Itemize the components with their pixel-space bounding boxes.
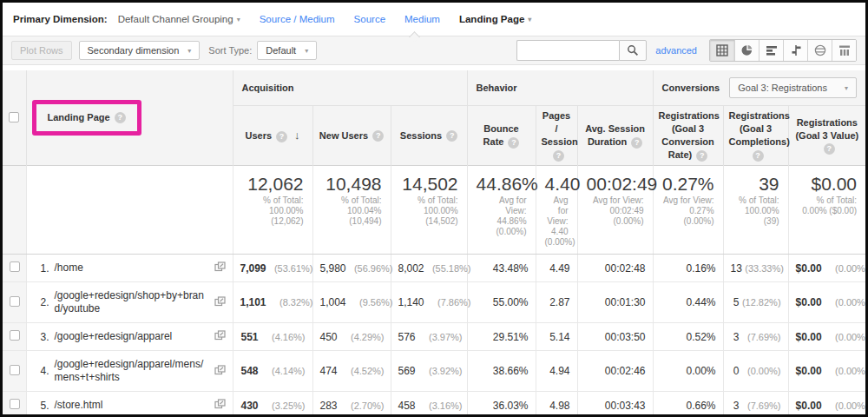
- goal-value-cell: $0.00(0.00%): [788, 282, 865, 323]
- open-in-new-icon[interactable]: [214, 399, 226, 412]
- help-icon[interactable]: ?: [753, 150, 764, 162]
- open-in-new-icon[interactable]: [214, 261, 226, 275]
- column-header-sessions[interactable]: Sessions?: [391, 106, 467, 166]
- report-table: Landing Page? Acquisition Behavior Conve…: [3, 70, 865, 417]
- comparison-bars-icon: [790, 44, 802, 56]
- column-header-avg-session-duration[interactable]: Avg. Session Duration?: [577, 106, 653, 166]
- landing-page-path: /home: [55, 261, 209, 275]
- help-icon[interactable]: ?: [631, 137, 642, 149]
- new-users-cell: 450(4.29%): [312, 323, 391, 351]
- summary-avg-duration: 00:02:49Avg for View: 00:02:49 (0.00%): [577, 166, 653, 255]
- column-header-users[interactable]: Users?↓: [233, 106, 312, 166]
- avg-duration-cell: 00:03:50: [577, 323, 653, 351]
- summary-completions: 39% of Total: 100.00% (39): [723, 166, 788, 255]
- conv-rate-cell: 0.00%: [653, 351, 723, 392]
- column-header-pages-session[interactable]: Pages / Session?: [536, 106, 577, 166]
- chevron-down-icon: ▾: [845, 84, 848, 92]
- search-button[interactable]: [619, 40, 647, 61]
- search-icon: [627, 44, 639, 56]
- secondary-dimension-dropdown[interactable]: Secondary dimension▾: [79, 41, 201, 60]
- completions-cell: 13(33.33%): [723, 255, 788, 282]
- summary-pages-session: 4.40Avg for View: 4.40 (0.00%): [536, 166, 577, 255]
- pie-chart-icon: [741, 44, 753, 56]
- goal-value-cell: $0.00(0.00%): [788, 323, 865, 351]
- conv-rate-cell: 0.16%: [653, 255, 723, 282]
- help-icon[interactable]: ?: [276, 131, 287, 142]
- row-checkbox-cell: [3, 392, 26, 417]
- bounce-rate-cell: 55.00%: [467, 282, 536, 323]
- new-users-cell: 1,004(9.56%): [312, 282, 391, 323]
- dimension-tab-landing-page[interactable]: Landing Page▾: [459, 14, 531, 24]
- avg-duration-cell: 00:01:30: [577, 282, 653, 323]
- goal-value-cell: $0.00(0.00%): [788, 255, 865, 282]
- bounce-rate-cell: 29.51%: [467, 323, 536, 351]
- row-checkbox[interactable]: [10, 261, 20, 272]
- pages-session-cell: 5.14: [536, 323, 577, 351]
- advanced-search-link[interactable]: advanced: [655, 45, 697, 56]
- completions-cell: 3(7.69%): [723, 323, 788, 351]
- chevron-down-icon: ▾: [305, 47, 308, 55]
- help-icon[interactable]: ?: [372, 130, 384, 142]
- row-checkbox[interactable]: [10, 330, 20, 341]
- sort-type-dropdown[interactable]: Default▾: [257, 41, 317, 60]
- dimension-link-medium[interactable]: Medium: [404, 14, 440, 24]
- column-header-goal-completions[interactable]: Registrations (Goal 3 Completions)?: [723, 106, 788, 166]
- help-icon[interactable]: ?: [115, 112, 126, 123]
- group-conversions: Conversions Goal 3: Registrations▾: [653, 70, 865, 106]
- dimension-link-source[interactable]: Source: [354, 14, 385, 24]
- conv-rate-cell: 0.66%: [653, 392, 723, 417]
- column-header-bounce-rate[interactable]: Bounce Rate?: [467, 106, 536, 166]
- summary-users: 12,062% of Total: 100.00% (12,062): [233, 166, 312, 255]
- goal-value-cell: $0.00(0.00%): [788, 351, 865, 392]
- column-header-new-users[interactable]: New Users?: [312, 106, 391, 166]
- help-icon[interactable]: ?: [508, 137, 519, 149]
- row-checkbox-cell: [3, 351, 26, 392]
- row-checkbox-cell: [3, 255, 26, 282]
- view-comparison-button[interactable]: [783, 40, 807, 61]
- view-table-button[interactable]: [710, 40, 734, 61]
- open-in-new-icon[interactable]: [214, 296, 226, 309]
- open-in-new-icon[interactable]: [214, 330, 226, 343]
- sessions-cell: 576(3.97%): [391, 323, 467, 351]
- row-number: 4.: [34, 365, 49, 377]
- column-header-goal-conversion-rate[interactable]: Registrations (Goal 3 Conversion Rate)?: [653, 106, 723, 166]
- select-all-checkbox[interactable]: [9, 112, 19, 122]
- help-icon[interactable]: ?: [696, 150, 707, 162]
- sessions-cell: 8,002(55.18%): [391, 255, 467, 282]
- view-term-cloud-button[interactable]: [807, 40, 832, 61]
- view-pivot-button[interactable]: [832, 40, 856, 61]
- sort-descending-icon: ↓: [294, 129, 300, 142]
- users-cell: 7,099(53.61%): [233, 255, 312, 282]
- help-icon[interactable]: ?: [446, 130, 457, 142]
- sort-type-label: Sort Type:: [208, 45, 252, 56]
- column-header-goal-value[interactable]: Registrations (Goal 3 Value)?: [788, 106, 865, 166]
- avg-duration-cell: 00:03:43: [577, 392, 653, 417]
- row-checkbox[interactable]: [10, 296, 20, 307]
- goal-value-cell: $0.00(0.00%): [788, 392, 865, 417]
- view-percentage-button[interactable]: [734, 40, 759, 61]
- goal-selector-dropdown[interactable]: Goal 3: Registrations▾: [729, 77, 857, 98]
- landing-page-path: /store.html: [55, 399, 209, 412]
- open-in-new-icon[interactable]: [214, 365, 226, 378]
- dimension-dropdown-default-channel-grouping[interactable]: Default Channel Grouping▾: [118, 14, 240, 24]
- report-window: Primary Dimension: Default Channel Group…: [0, 0, 868, 417]
- landing-page-header[interactable]: Landing Page?: [26, 70, 233, 166]
- help-icon[interactable]: ?: [824, 143, 835, 155]
- plot-rows-button[interactable]: Plot Rows: [11, 41, 72, 60]
- dimension-link-source-medium[interactable]: Source / Medium: [260, 14, 335, 24]
- help-icon[interactable]: ?: [553, 150, 564, 162]
- view-performance-button[interactable]: [759, 40, 783, 61]
- pages-session-cell: 4.49: [536, 255, 577, 282]
- row-checkbox[interactable]: [10, 399, 20, 409]
- summary-new-users: 10,498% of Total: 100.04% (10,494): [312, 166, 391, 255]
- row-number: 1.: [34, 262, 49, 275]
- users-cell: 551(4.16%): [233, 323, 312, 351]
- chevron-down-icon: ▾: [187, 47, 191, 55]
- row-checkbox[interactable]: [10, 365, 20, 375]
- search-input[interactable]: [516, 40, 619, 61]
- avg-duration-cell: 00:02:48: [577, 255, 653, 282]
- bounce-rate-cell: 38.66%: [467, 351, 536, 392]
- landing-page-cell: 3. /google+redesign/apparel: [26, 323, 233, 351]
- summary-row: 12,062% of Total: 100.00% (12,062) 10,49…: [3, 166, 865, 255]
- new-users-cell: 474(4.52%): [312, 351, 391, 392]
